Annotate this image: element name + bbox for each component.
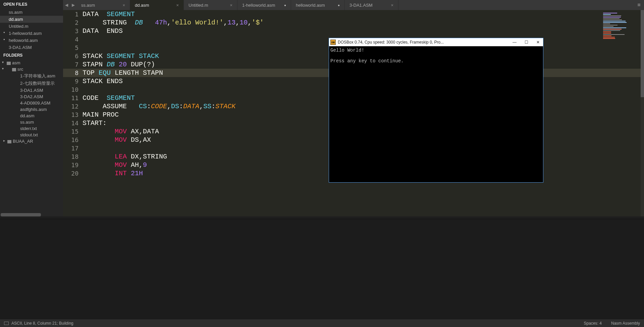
tab-nav-next-icon[interactable]: ▶ [70,0,76,10]
open-file-item[interactable]: 3-DA1.ASM [0,44,63,51]
folder-label: src [17,67,23,72]
tree-file-item[interactable]: ss.asm [0,119,63,125]
tree-file-item[interactable]: stderr.txt [0,125,63,132]
close-icon[interactable]: ✕ [536,40,540,45]
folder-buaa[interactable]: BUAA_AR [0,138,63,144]
status-position[interactable]: ASCII, Line 8, Column 21; Building [11,321,73,326]
tree-file-item[interactable]: 3-DA2.ASM [0,93,63,100]
tree-file-item[interactable]: asdfghils.asm [0,106,63,113]
tree-file-item[interactable]: dd.asm [0,113,63,119]
gutter: 1234567891011121314151617181920 [63,10,83,216]
line-number: 9 [63,77,78,85]
dosbox-window[interactable]: DB DOSBox 0.74, Cpu speed: 3000 cycles, … [329,38,543,183]
tree-file-item[interactable]: 2-七段数码管显示 [0,80,63,87]
code-line[interactable]: DATA ENDS [83,27,644,35]
folder-label: asm [12,60,20,65]
tab[interactable]: 3-DA1.ASM× [345,0,398,10]
vertical-scrollbar[interactable] [641,10,644,216]
dosbox-titlebar[interactable]: DB DOSBox 0.74, Cpu speed: 3000 cycles, … [329,38,543,46]
tab-label: dd.asm [135,3,149,8]
status-box-icon[interactable] [4,322,9,325]
folder-root[interactable]: asm [0,60,63,66]
tab-label: 1-helloworld.asm [242,3,275,8]
folder-label: BUAA_AR [13,139,33,144]
line-number: 4 [63,35,78,44]
tab[interactable]: helloworld.asm● [291,0,345,10]
build-console[interactable] [0,219,644,319]
sidebar: OPEN FILES ss.asmdd.asmUntitled.m1-hello… [0,0,63,216]
folder-icon [7,140,11,143]
open-file-item[interactable]: Untitled.m [0,23,63,30]
close-icon[interactable]: × [391,3,393,8]
status-syntax[interactable]: Nasm Assembly [611,321,640,326]
line-number: 15 [63,127,78,136]
folder-icon [7,62,11,65]
maximize-icon[interactable]: ☐ [525,40,528,45]
dosbox-output: Gello World! Press any key to continue. [329,46,543,65]
code-line[interactable]: STRING DB 47h,'ello World!',13,10,'$' [83,18,644,27]
line-number: 20 [63,169,78,178]
minimap[interactable] [603,13,640,46]
tab-label: helloworld.asm [296,3,325,8]
folder-src[interactable]: src [0,66,63,72]
tree-file-item[interactable]: stdout.txt [0,132,63,138]
line-number: 17 [63,144,78,152]
tab-label: 3-DA1.ASM [350,3,373,8]
status-spaces[interactable]: Spaces: 4 [584,321,602,326]
tab[interactable]: 1-helloworld.asm● [237,0,291,10]
tree-file-item[interactable]: 1-字符串输入.asm [0,72,63,80]
tab-label: Untitled.m [189,3,208,8]
close-icon[interactable]: × [122,3,125,8]
tab[interactable]: Untitled.m× [184,0,237,10]
line-number: 10 [63,85,78,94]
line-number: 13 [63,111,78,119]
sidebar-hscroll[interactable] [1,213,41,216]
scrollbar-thumb[interactable] [641,10,644,97]
line-number: 2 [63,18,78,27]
line-number: 18 [63,152,78,161]
line-number: 6 [63,52,78,60]
open-file-item[interactable]: 1-helloworld.asm [0,30,63,37]
open-file-item[interactable]: dd.asm [0,16,63,23]
dosbox-title-text: DOSBox 0.74, Cpu speed: 3000 cycles, Fra… [338,40,513,45]
tab-nav-prev-icon[interactable]: ◀ [63,0,70,10]
tab[interactable]: ss.asm× [76,0,130,10]
line-number: 5 [63,44,78,52]
open-file-item[interactable]: ss.asm [0,9,63,16]
line-number: 3 [63,27,78,35]
tree-file-item[interactable]: 3-DA1.ASM [0,87,63,93]
tab[interactable]: dd.asm× [130,0,184,10]
line-number: 1 [63,10,78,18]
menu-icon[interactable]: ≡ [634,0,644,10]
status-bar: ASCII, Line 8, Column 21; Building Space… [0,319,644,327]
tree-file-item[interactable]: 4-AD0809.ASM [0,100,63,106]
dirty-indicator-icon[interactable]: ● [284,3,286,7]
line-number: 19 [63,161,78,169]
minimize-icon[interactable]: — [513,40,517,45]
line-number: 8 [63,69,78,77]
line-number: 14 [63,119,78,127]
close-icon[interactable]: × [230,3,232,8]
tab-label: ss.asm [81,3,95,8]
line-number: 12 [63,102,78,111]
line-number: 7 [63,60,78,69]
line-number: 11 [63,94,78,102]
open-files-header: OPEN FILES [0,0,63,9]
dirty-indicator-icon[interactable]: ● [338,3,340,7]
code-line[interactable]: DATA SEGMENT [83,10,644,18]
folders-header: FOLDERS [0,51,63,60]
close-icon[interactable]: × [176,3,179,8]
line-number: 16 [63,136,78,144]
dosbox-icon: DB [330,40,336,45]
open-file-item[interactable]: helloworld.asm [0,37,63,44]
folder-icon [12,68,16,71]
tab-bar: ◀ ▶ ss.asm×dd.asm×Untitled.m×1-helloworl… [63,0,644,10]
